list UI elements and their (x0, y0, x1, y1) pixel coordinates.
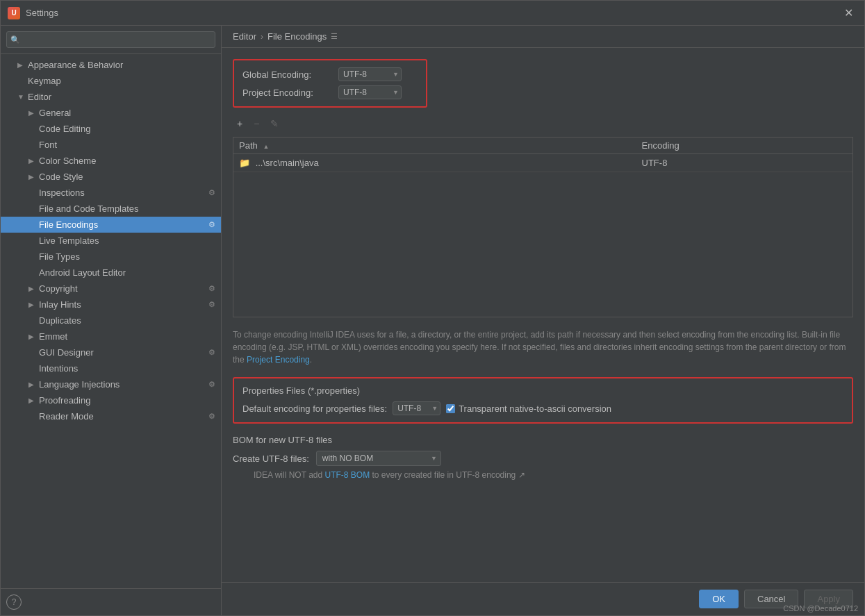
settings-icon: ⚙ (208, 220, 215, 229)
transparent-conversion-checkbox[interactable] (446, 404, 455, 413)
settings-icon: ⚙ (208, 300, 215, 309)
sidebar-item-label: Emmet (39, 331, 67, 342)
remove-path-button[interactable]: − (249, 116, 263, 131)
expand-icon: ▶ (28, 397, 35, 404)
branding: CSDN @Decade0712 (783, 604, 858, 613)
dialog-body: 🔍 ▶ Appearance & Behavior Keymap ▼ Edito… (1, 26, 864, 615)
settings-icon: ⚙ (208, 188, 215, 197)
sidebar-tree: ▶ Appearance & Behavior Keymap ▼ Editor … (1, 54, 221, 588)
sidebar-item-general[interactable]: ▶ General (1, 105, 221, 121)
expand-icon: ▶ (17, 61, 24, 69)
encoding-column-header[interactable]: Encoding (636, 138, 852, 154)
expand-icon: ▶ (28, 109, 35, 117)
sidebar-item-font[interactable]: Font (1, 137, 221, 153)
global-encoding-row: Global Encoding: UTF-8 UTF-16 ISO-8859-1… (242, 67, 418, 81)
sidebar-item-code-style[interactable]: ▶ Code Style (1, 169, 221, 185)
properties-encoding-select[interactable]: UTF-8 UTF-16 (393, 401, 440, 415)
sidebar-item-emmet[interactable]: ▶ Emmet (1, 328, 221, 344)
sidebar-item-label: File Types (39, 251, 80, 262)
action-bar: OK Cancel Apply (222, 582, 864, 615)
sidebar-item-reader-mode[interactable]: Reader Mode ⚙ (1, 408, 221, 424)
bom-select[interactable]: with NO BOM with BOM (316, 451, 441, 466)
ok-button[interactable]: OK (699, 590, 739, 608)
expand-icon: ▶ (28, 173, 35, 181)
bom-section: BOM for new UTF-8 files Create UTF-8 fil… (233, 435, 853, 480)
sidebar-item-label: Keymap (28, 76, 61, 86)
global-encoding-wrapper: UTF-8 UTF-16 ISO-8859-1 ▼ (338, 67, 402, 81)
sidebar-item-label: Inlay Hints (39, 299, 81, 310)
expand-icon: ▼ (17, 93, 24, 101)
sidebar-bottom: ? (1, 588, 221, 615)
sidebar-item-inspections[interactable]: Inspections ⚙ (1, 185, 221, 201)
properties-title: Properties Files (*.properties) (242, 385, 843, 396)
info-text: To change encoding IntelliJ IDEA uses fo… (233, 328, 853, 366)
sidebar: 🔍 ▶ Appearance & Behavior Keymap ▼ Edito… (1, 26, 222, 615)
project-encoding-wrapper: UTF-8 UTF-16 ISO-8859-1 ▼ (338, 85, 402, 99)
expand-icon: ▶ (28, 381, 35, 388)
sidebar-item-proofreading[interactable]: ▶ Proofreading (1, 392, 221, 408)
sidebar-item-label: Copyright (39, 283, 78, 294)
utf8-bom-link[interactable]: UTF-8 BOM (324, 470, 370, 480)
sidebar-item-intentions[interactable]: Intentions (1, 360, 221, 376)
sidebar-item-android-layout-editor[interactable]: Android Layout Editor (1, 265, 221, 281)
sidebar-item-label: Reader Mode (39, 411, 94, 422)
properties-row: Default encoding for properties files: U… (242, 401, 843, 415)
global-encoding-select[interactable]: UTF-8 UTF-16 ISO-8859-1 (338, 67, 402, 81)
encoding-cell: UTF-8 (636, 154, 852, 172)
encoding-label: Encoding (642, 140, 679, 151)
path-column-header[interactable]: Path ▲ (233, 138, 636, 154)
transparent-conversion-wrapper: Transparent native-to-ascii conversion (446, 403, 611, 414)
sidebar-item-keymap[interactable]: Keymap (1, 73, 221, 89)
sidebar-item-gui-designer[interactable]: GUI Designer ⚙ (1, 344, 221, 360)
properties-section: Properties Files (*.properties) Default … (233, 377, 853, 424)
bom-title: BOM for new UTF-8 files (233, 435, 853, 445)
close-button[interactable]: ✕ (840, 5, 857, 21)
add-path-button[interactable]: + (233, 116, 247, 131)
project-encoding-link[interactable]: Project Encoding (247, 355, 310, 365)
breadcrumb: Editor › File Encodings ☰ (222, 26, 864, 48)
global-encoding-label: Global Encoding: (242, 69, 333, 80)
app-icon: U (8, 7, 20, 19)
breadcrumb-menu-icon[interactable]: ☰ (331, 32, 338, 41)
path-label: Path (239, 140, 258, 151)
sidebar-item-file-types[interactable]: File Types (1, 249, 221, 265)
sort-icon: ▲ (263, 143, 269, 150)
expand-icon: ▶ (28, 333, 35, 340)
sidebar-item-live-templates[interactable]: Live Templates (1, 233, 221, 249)
path-cell: 📁 ...\src\main\java (233, 154, 636, 172)
folder-icon: 📁 (239, 158, 250, 168)
path-value: ...\src\main\java (256, 158, 319, 168)
sidebar-item-file-and-code-templates[interactable]: File and Code Templates (1, 201, 221, 217)
help-button[interactable]: ? (6, 594, 22, 610)
settings-dialog: U Settings ✕ 🔍 ▶ Appearance & Behavior (0, 0, 865, 616)
sidebar-item-file-encodings[interactable]: File Encodings ⚙ (1, 217, 221, 233)
bom-create-row: Create UTF-8 files: with NO BOM with BOM… (233, 451, 853, 466)
path-toolbar: + − ✎ (233, 116, 853, 131)
sidebar-item-label: Intentions (39, 363, 78, 374)
sidebar-item-language-injections[interactable]: ▶ Language Injections ⚙ (1, 376, 221, 392)
sidebar-item-duplicates[interactable]: Duplicates (1, 313, 221, 328)
sidebar-item-appearance[interactable]: ▶ Appearance & Behavior (1, 57, 221, 73)
table-row[interactable]: 📁 ...\src\main\java UTF-8 (233, 154, 852, 172)
sidebar-item-label: Duplicates (39, 315, 81, 326)
properties-default-label: Default encoding for properties files: (242, 403, 387, 414)
sidebar-item-label: Appearance & Behavior (28, 60, 123, 70)
edit-path-button[interactable]: ✎ (266, 116, 283, 131)
breadcrumb-separator: › (261, 32, 263, 42)
project-encoding-select[interactable]: UTF-8 UTF-16 ISO-8859-1 (338, 85, 402, 99)
search-input[interactable] (6, 31, 215, 48)
properties-encoding-wrapper: UTF-8 UTF-16 ▼ (393, 401, 440, 415)
bom-create-label: Create UTF-8 files: (233, 453, 309, 464)
sidebar-item-label: Android Layout Editor (39, 267, 126, 278)
sidebar-item-label: Proofreading (39, 395, 90, 406)
sidebar-item-code-editing[interactable]: Code Editing (1, 121, 221, 137)
sidebar-item-label: Language Injections (39, 379, 120, 390)
sidebar-item-inlay-hints[interactable]: ▶ Inlay Hints ⚙ (1, 297, 221, 313)
main-content: Editor › File Encodings ☰ Global Encodin… (222, 26, 864, 615)
bom-select-wrapper: with NO BOM with BOM ▼ (316, 451, 441, 466)
sidebar-item-editor[interactable]: ▼ Editor (1, 89, 221, 105)
sidebar-item-copyright[interactable]: ▶ Copyright ⚙ (1, 281, 221, 297)
sidebar-item-color-scheme[interactable]: ▶ Color Scheme (1, 153, 221, 169)
path-table-container: Path ▲ Encoding 📁 (233, 137, 853, 317)
sidebar-item-label: Live Templates (39, 235, 99, 246)
